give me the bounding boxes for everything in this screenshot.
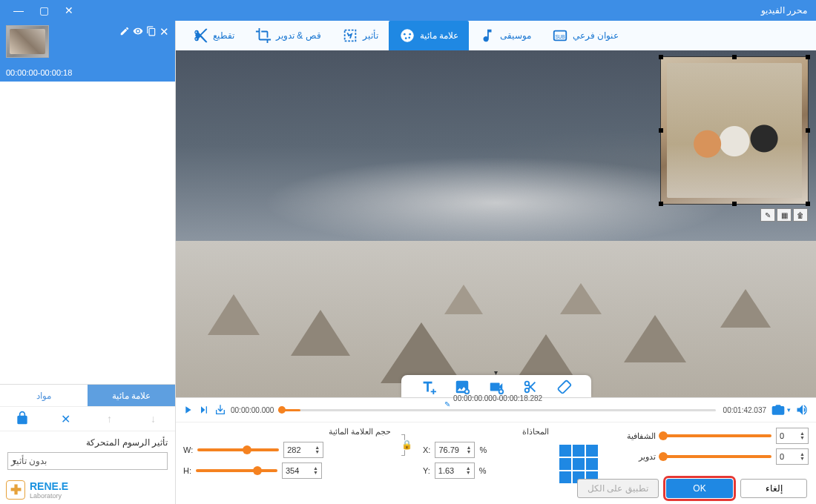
apply-all-button[interactable]: تطبيق على الكل: [577, 479, 659, 498]
delete-icon[interactable]: ✕: [57, 412, 75, 426]
opacity-slider[interactable]: [660, 434, 771, 437]
tab-music[interactable]: موسيقى: [469, 21, 542, 50]
watermark-icon: [399, 27, 415, 44]
title-bar: — ▢ ✕ محرر الفيديو: [0, 0, 816, 21]
export-frame-icon[interactable]: [214, 404, 226, 416]
step-button[interactable]: [198, 404, 210, 416]
watermark-edit-icon[interactable]: ✎: [760, 208, 775, 222]
edit-clip-icon[interactable]: [119, 26, 130, 39]
tab-effect[interactable]: تأثير: [332, 21, 389, 50]
w-slider[interactable]: [197, 448, 279, 451]
tab-subtitle[interactable]: SUB عنوان فرعي: [542, 21, 629, 50]
lock-icon[interactable]: [13, 411, 31, 428]
copy-clip-icon[interactable]: [146, 26, 157, 39]
watermark-overlay[interactable]: ✎ ▦ 🗑: [660, 56, 809, 205]
timeline: 00:00:00.000 ✎ 00:00:00.000-00:00:18.282…: [176, 397, 816, 422]
y-label: Y:: [423, 466, 430, 475]
move-down-icon: ↓: [145, 413, 162, 425]
rotate-label: تدوير: [639, 452, 656, 462]
eraser-icon[interactable]: [554, 378, 575, 396]
add-shape-icon[interactable]: [520, 378, 541, 396]
tab-watermark[interactable]: علامة مائية: [389, 21, 469, 50]
timeline-range: 00:00:00.000-00:00:18.282: [453, 394, 542, 402]
x-label: X:: [423, 445, 430, 454]
timeline-start: 00:00:00.000: [231, 406, 274, 414]
sidebar-tab-materials[interactable]: مواد: [0, 385, 88, 406]
h-label: H:: [183, 466, 191, 475]
music-icon: [479, 27, 496, 44]
volume-button[interactable]: [795, 402, 810, 417]
window-title: محرر الفيديو: [82, 5, 810, 16]
logo-icon: ✚: [6, 480, 25, 500]
animation-label: تأثير الرسوم المتحركة: [7, 437, 168, 448]
add-video-icon[interactable]: [486, 378, 507, 396]
h-slider[interactable]: [196, 469, 277, 472]
effect-icon: [342, 27, 358, 44]
preview-canvas[interactable]: ✎ ▦ 🗑 ▾: [176, 50, 816, 397]
sidebar-spacer: [0, 82, 175, 384]
play-button[interactable]: [182, 404, 194, 416]
h-input[interactable]: 354▲▼: [282, 462, 322, 479]
remove-clip-icon[interactable]: ✕: [159, 25, 169, 39]
svg-point-2: [404, 33, 406, 36]
logo-sub: Laboratory: [30, 492, 68, 500]
animation-select[interactable]: بدون تأثير: [7, 452, 168, 470]
sidebar: ✕ 00:00:00-00:00:18 مواد علامة مائية ✕ ↑…: [0, 21, 176, 504]
watermark-image-icon[interactable]: ▦: [777, 208, 792, 222]
add-image-icon[interactable]: [452, 378, 473, 396]
ok-button[interactable]: OK: [666, 479, 733, 498]
svg-point-3: [409, 33, 411, 36]
opacity-label: الشفافية: [627, 431, 656, 441]
align-grid[interactable]: [559, 445, 598, 483]
content-area: تقطيع قص & تدوير تأثير علامة مائية موسيق…: [176, 21, 816, 504]
y-input[interactable]: 1.63▲▼: [435, 462, 475, 479]
timeline-total: 00:01:42.037: [723, 406, 766, 414]
rotate-slider[interactable]: [660, 455, 771, 458]
dialog-buttons: تطبيق على الكل OK إلغاء: [577, 479, 807, 498]
x-input[interactable]: 76.79▲▼: [435, 442, 475, 458]
clip-thumbnail[interactable]: [6, 25, 49, 58]
watermark-delete-icon[interactable]: 🗑: [793, 208, 808, 222]
crop-icon: [255, 27, 272, 44]
maximize-button[interactable]: ▢: [31, 3, 56, 18]
minimize-button[interactable]: —: [6, 3, 31, 18]
svg-text:SUB: SUB: [555, 34, 565, 39]
clip-timecode: 00:00:00-00:00:18: [0, 65, 175, 82]
move-up-icon: ↑: [101, 413, 119, 425]
brand-logo: ✚ RENE.E Laboratory: [0, 476, 175, 504]
size-label: حجم العلامة المائية: [183, 427, 391, 437]
svg-point-4: [404, 37, 407, 39]
cancel-button[interactable]: إلغاء: [740, 479, 807, 498]
align-label: المحاذاة: [423, 427, 549, 437]
sidebar-tab-watermark[interactable]: علامة مائية: [88, 385, 175, 406]
w-label: W:: [183, 445, 193, 454]
svg-point-5: [408, 36, 410, 39]
scissors-icon: [192, 27, 208, 44]
tab-crop-rotate[interactable]: قص & تدوير: [245, 21, 332, 50]
top-tabs: تقطيع قص & تدوير تأثير علامة مائية موسيق…: [176, 21, 816, 50]
opacity-input[interactable]: 0▲▼: [776, 428, 809, 444]
timeline-track[interactable]: ✎ 00:00:00.000-00:00:18.282: [278, 405, 715, 415]
close-button[interactable]: ✕: [56, 3, 82, 18]
snapshot-button[interactable]: ▾: [771, 402, 791, 417]
aspect-lock-icon[interactable]: ┐🔒┘: [401, 427, 412, 462]
logo-name: RENE.E: [30, 480, 68, 492]
w-input[interactable]: 282▲▼: [283, 442, 323, 458]
add-text-icon[interactable]: [418, 378, 438, 396]
tab-cut[interactable]: تقطيع: [182, 21, 245, 50]
visibility-icon[interactable]: [133, 26, 143, 39]
subtitle-icon: SUB: [552, 27, 568, 44]
rotate-input[interactable]: 0▲▼: [776, 448, 809, 465]
